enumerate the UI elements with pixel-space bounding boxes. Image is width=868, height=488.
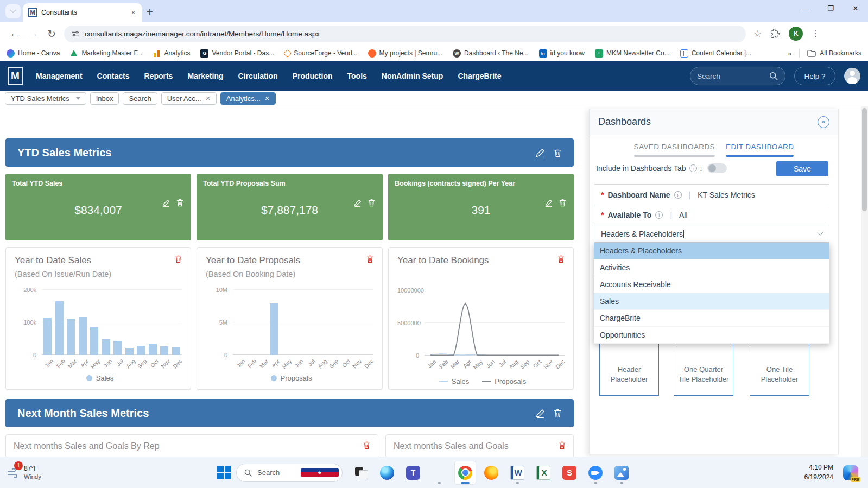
available-to-value[interactable]: All [679, 211, 688, 219]
info-icon[interactable]: i [655, 211, 663, 219]
trash-icon[interactable] [368, 199, 375, 207]
chevron-down-icon[interactable] [817, 229, 823, 235]
include-toggle[interactable] [707, 163, 727, 173]
bookmark-item[interactable]: WDashboard ‹ The Ne... [453, 49, 529, 58]
bookmark-item[interactable]: inid you know [539, 49, 585, 58]
widget-category-combobox[interactable]: Headers & Placeholders [594, 225, 829, 243]
chrome-taskbar-icon[interactable] [454, 461, 476, 485]
nav-item-tools[interactable]: Tools [347, 72, 367, 80]
nav-item-reports[interactable]: Reports [144, 72, 173, 80]
excel-taskbar-icon[interactable]: X [533, 461, 554, 485]
app-logo[interactable]: M [8, 67, 23, 85]
metric-card-bookings-per-year[interactable]: Bookings (contracts signed) Per Year 391 [388, 174, 574, 240]
available-to-field[interactable]: * Available To i | All [594, 205, 829, 225]
bookmarks-overflow-icon[interactable]: » [788, 49, 791, 58]
bookmark-item[interactable]: Marketing Master F... [70, 49, 142, 58]
tab-search-button[interactable] [5, 4, 21, 18]
info-icon[interactable]: i [689, 164, 697, 172]
trash-icon[interactable] [176, 199, 183, 207]
reload-icon[interactable]: ↻ [42, 28, 61, 40]
user-avatar[interactable] [844, 68, 860, 84]
maximize-button[interactable]: ❐ [818, 0, 843, 16]
system-clock[interactable]: 4:10 PM 6/19/2024 [804, 463, 833, 482]
site-settings-icon[interactable] [72, 30, 79, 37]
minimize-button[interactable]: — [793, 0, 818, 16]
forward-icon[interactable]: → [24, 28, 42, 40]
bookmark-item[interactable]: GVendor Portal - Das... [200, 49, 274, 58]
trash-icon[interactable] [559, 441, 566, 451]
tab-inbox[interactable]: Inbox [90, 92, 119, 105]
copilot-icon[interactable]: PRE [843, 465, 858, 480]
browser-menu-icon[interactable]: ⋮ [812, 29, 820, 39]
trash-icon[interactable] [175, 255, 182, 265]
edit-icon[interactable] [536, 148, 545, 157]
snagit-taskbar-icon[interactable]: S [559, 461, 580, 485]
tab-analytics[interactable]: Analytics...✕ [220, 92, 276, 105]
word-taskbar-icon[interactable]: W [506, 461, 528, 485]
search-icon[interactable] [769, 71, 778, 81]
bookmark-item[interactable]: Analytics [153, 49, 190, 58]
metric-card-total-ytd-proposals[interactable]: Total YTD Proposals Sum $7,887,178 [197, 174, 383, 240]
bookmark-item[interactable]: Home - Canva [7, 49, 60, 58]
close-window-button[interactable]: ✕ [843, 0, 868, 16]
tab-close-icon[interactable]: ✕ [130, 8, 137, 17]
page-scrollbar[interactable] [861, 106, 868, 457]
tab-ytd-sales-metrics[interactable]: YTD Sales Metrics [5, 92, 86, 105]
dashboard-name-field[interactable]: * Dashboard Name i | KT Sales Metrics [594, 185, 829, 205]
dashboard-name-value[interactable]: KT Sales Metrics [698, 191, 755, 199]
tab-user-acc[interactable]: User Acc...✕ [161, 92, 217, 105]
nav-item-production[interactable]: Production [293, 72, 333, 80]
nav-item-marketing[interactable]: Marketing [187, 72, 223, 80]
tab-close-icon[interactable]: ✕ [265, 95, 270, 102]
trash-icon[interactable] [554, 409, 562, 418]
trash-icon[interactable] [559, 199, 566, 207]
trash-icon[interactable] [366, 255, 373, 265]
edit-icon[interactable] [545, 199, 553, 207]
edit-icon[interactable] [536, 409, 545, 418]
metric-card-total-ytd-sales[interactable]: Total YTD Sales $834,007 [5, 174, 191, 240]
tab-close-icon[interactable]: ✕ [206, 95, 211, 102]
new-tab-button[interactable]: + [147, 7, 153, 17]
dropdown-option-chargebrite[interactable]: ChargeBrite [594, 310, 829, 327]
dropdown-option-headers-placeholders[interactable]: Headers & Placeholders [594, 243, 829, 259]
dropdown-option-accounts-receivable[interactable]: Accounts Receivable [594, 276, 829, 293]
bookmark-item[interactable]: +MKM Newsletter Co... [595, 49, 670, 58]
trash-icon[interactable] [557, 255, 565, 265]
help-button[interactable]: Help ? [794, 67, 835, 85]
nav-item-management[interactable]: Management [36, 72, 83, 80]
trash-icon[interactable] [363, 441, 370, 451]
task-view-taskbar-icon[interactable] [350, 461, 372, 485]
bookmark-item[interactable]: SourceForge - Vend... [284, 49, 357, 57]
browser-profile-avatar[interactable]: K [789, 27, 803, 41]
bookmark-item[interactable]: My projects | Semru... [368, 49, 442, 58]
weather-widget[interactable]: 1 87°F Windy [7, 465, 41, 480]
scrollbar-thumb[interactable] [862, 108, 867, 211]
zoom-taskbar-icon[interactable] [585, 461, 606, 485]
photos-taskbar-icon[interactable] [611, 461, 632, 485]
teams-taskbar-icon[interactable]: T [402, 461, 424, 485]
app-search-input[interactable]: Search [690, 67, 785, 85]
trash-icon[interactable] [554, 148, 562, 157]
dropdown-option-activities[interactable]: Activities [594, 259, 829, 276]
url-bar[interactable]: consultants.magazinemanager.com/intranet… [64, 26, 746, 42]
dropdown-option-sales[interactable]: Sales [594, 293, 829, 310]
nav-item-chargebrite[interactable]: ChargeBrite [458, 72, 501, 80]
browser-tab[interactable]: M Consultants ✕ [23, 3, 142, 22]
panel-close-icon[interactable]: ✕ [818, 116, 829, 128]
tab-saved-dashboards[interactable]: SAVED DASHBOARDS [634, 143, 715, 157]
dropdown-option-opportunities[interactable]: Opportunities [594, 327, 829, 344]
nav-item-nonadmin-setup[interactable]: NonAdmin Setup [382, 72, 443, 80]
tab-edit-dashboard[interactable]: EDIT DASHBOARD [726, 143, 794, 157]
edit-icon[interactable] [162, 199, 170, 207]
tab-search[interactable]: Search [123, 92, 157, 105]
edit-icon[interactable] [354, 199, 362, 207]
info-icon[interactable]: i [674, 191, 682, 199]
start-button[interactable] [217, 466, 231, 479]
edge-taskbar-icon[interactable] [376, 461, 398, 485]
back-icon[interactable]: ← [5, 28, 24, 40]
nav-item-circulation[interactable]: Circulation [238, 72, 278, 80]
all-bookmarks-button[interactable]: All Bookmarks [807, 49, 861, 57]
nav-item-contacts[interactable]: Contacts [97, 72, 130, 80]
extensions-icon[interactable] [770, 29, 780, 39]
juneteenth-flag-icon[interactable] [301, 468, 339, 477]
